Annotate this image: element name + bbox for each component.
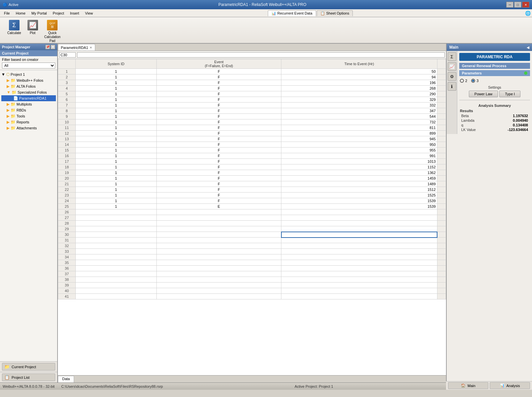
cell-event[interactable]: F [156,97,281,103]
cell-time[interactable] [281,226,437,232]
cell-reference-input[interactable] [59,52,76,58]
cell-event[interactable] [156,254,281,260]
cell-system-id[interactable]: 1 [75,193,156,198]
menu-myportal[interactable]: My Portal [29,11,49,16]
right-icon-plot[interactable]: 📈 [448,62,456,71]
type-i-button[interactable]: Type I [499,91,520,97]
tree-item-reports[interactable]: ▶ 📁 Reports [1,119,56,125]
main-tab-bottom[interactable]: 🏠 Main [448,382,488,389]
cell-time[interactable] [281,271,437,277]
cell-system-id[interactable]: 1 [75,114,156,119]
cell-event[interactable] [156,277,281,283]
cell-time[interactable]: 1489 [281,181,437,187]
cell-system-id[interactable]: 1 [75,125,156,131]
cell-system-id[interactable]: 1 [75,136,156,142]
cell-time[interactable]: 811 [281,125,437,131]
cell-system-id[interactable] [75,238,156,243]
cell-system-id[interactable]: 1 [75,164,156,170]
col-header-event[interactable]: Event(F=Failure, E=End) [156,59,281,69]
tree-item-tools[interactable]: ▶ 📁 Tools [1,113,56,119]
cell-event[interactable]: F [156,108,281,114]
cell-event[interactable]: F [156,193,281,198]
cell-system-id[interactable]: 1 [75,142,156,148]
cell-time[interactable]: 1539 [281,204,437,209]
panel-pin-button[interactable]: 📌 [45,45,50,49]
right-icon-info[interactable]: ℹ [448,82,456,91]
cell-system-id[interactable] [75,243,156,249]
tab-sheet-options[interactable]: 📋 Sheet Options [317,10,353,16]
cell-time[interactable]: 1362 [281,170,437,176]
param-radio-3-icon[interactable] [471,79,475,83]
cell-system-id[interactable]: 1 [75,181,156,187]
project-list-button[interactable]: 📋 Project List [2,374,55,381]
tree-item-alta-folios[interactable]: ▶ 📁 ALTA Folios [1,83,56,89]
cell-event[interactable] [156,226,281,232]
cell-event[interactable]: F [156,176,281,181]
cell-system-id[interactable]: 1 [75,119,156,125]
cell-time[interactable] [281,232,437,238]
right-panel-collapse-icon[interactable]: ◀ [527,46,529,49]
cell-system-id[interactable] [75,260,156,266]
power-law-button[interactable]: Power Law [469,91,498,97]
cell-event[interactable]: F [156,142,281,148]
tree-item-project1[interactable]: ▼ ⬡ Project 1 [1,71,56,77]
cell-time[interactable]: 332 [281,103,437,108]
cell-system-id[interactable] [75,254,156,260]
minimize-button[interactable]: ─ [506,2,513,8]
cell-system-id[interactable]: 1 [75,86,156,91]
cell-time[interactable]: 544 [281,114,437,119]
right-icon-calc[interactable]: Σ [448,52,456,61]
cell-time[interactable]: 50 [281,69,437,74]
cell-system-id[interactable] [75,232,156,238]
cell-system-id[interactable]: 1 [75,148,156,153]
cell-time[interactable] [281,294,437,299]
cell-system-id[interactable]: 1 [75,97,156,103]
cell-time[interactable] [281,283,437,288]
cell-event[interactable]: F [156,119,281,125]
cell-event[interactable] [156,238,281,243]
cell-system-id[interactable] [75,215,156,221]
cell-time[interactable] [281,215,437,221]
cell-time[interactable]: 955 [281,148,437,153]
cell-event[interactable]: F [156,181,281,187]
analysis-tab-bottom[interactable]: 📊 Analysis [490,382,530,389]
cell-time[interactable] [281,238,437,243]
tab-close-icon[interactable]: ✕ [90,46,92,49]
cell-event[interactable] [156,271,281,277]
cell-system-id[interactable]: 1 [75,74,156,80]
menu-file[interactable]: File [1,11,13,16]
cell-event[interactable] [156,283,281,288]
qcp-button[interactable]: QCP ⊞ QuickCalculationPad [42,19,62,44]
cell-time[interactable] [281,243,437,249]
cell-event[interactable]: F [156,148,281,153]
cell-event[interactable]: F [156,86,281,91]
calculate-button[interactable]: Σ Calculate [5,19,23,36]
cell-system-id[interactable]: 1 [75,159,156,164]
cell-event[interactable]: F [156,114,281,119]
formula-input[interactable] [77,52,445,58]
cell-event[interactable]: F [156,125,281,131]
col-header-time[interactable]: Time to Event (Hr) [281,59,437,69]
cell-event[interactable]: F [156,153,281,159]
cell-time[interactable]: 1512 [281,187,437,193]
cell-system-id[interactable] [75,277,156,283]
cell-event[interactable]: F [156,103,281,108]
cell-time[interactable]: 732 [281,119,437,125]
cell-system-id[interactable]: 1 [75,198,156,204]
cell-time[interactable]: 1525 [281,193,437,198]
sheet-container[interactable]: System ID Event(F=Failure, E=End) Time t… [58,59,446,375]
cell-system-id[interactable] [75,283,156,288]
cell-system-id[interactable]: 1 [75,176,156,181]
cell-system-id[interactable] [75,294,156,299]
tree-item-rbds[interactable]: ▶ 📁 RBDs [1,107,56,113]
cell-system-id[interactable] [75,271,156,277]
cell-system-id[interactable]: 1 [75,69,156,74]
maximize-button[interactable]: □ [514,2,521,8]
cell-event[interactable]: F [156,159,281,164]
cell-event[interactable]: F [156,164,281,170]
cell-system-id[interactable]: 1 [75,103,156,108]
filter-select[interactable]: All [2,63,55,68]
cell-time[interactable]: 196 [281,80,437,86]
cell-time[interactable] [281,221,437,226]
cell-time[interactable] [281,288,437,294]
